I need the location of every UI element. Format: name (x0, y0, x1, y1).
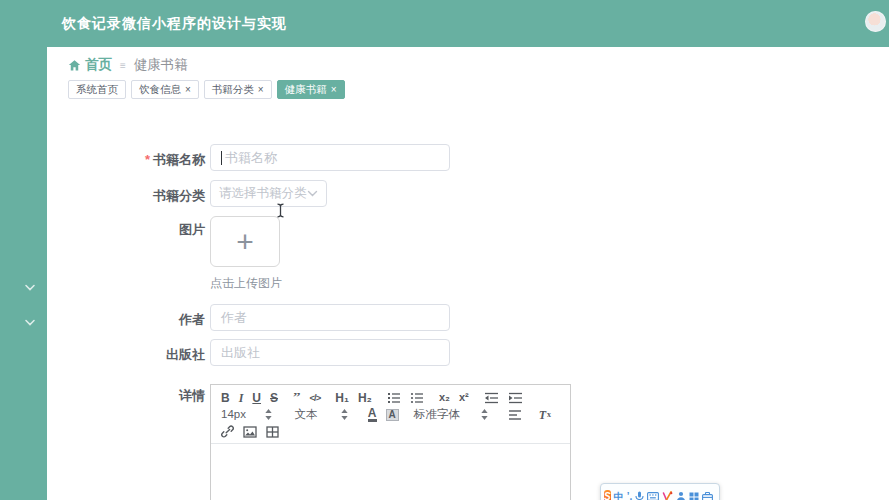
superscript-button[interactable]: x² (459, 392, 469, 403)
tab-close-icon[interactable]: × (331, 84, 337, 95)
field-label: *书籍名称 (47, 144, 205, 171)
page-title: 饮食记录微信小程序的设计与实现 (62, 15, 287, 33)
blockquote-button[interactable]: ” (293, 393, 301, 403)
breadcrumb-home-link[interactable]: 首页 (68, 56, 112, 74)
tab-label: 系统首页 (76, 83, 118, 97)
upload-hint: 点击上传图片 (210, 275, 282, 292)
rich-text-editor[interactable]: B I U S ” </> H₁ H₂ x₂ (210, 384, 571, 500)
editor-toolbar: B I U S ” </> H₁ H₂ x₂ (211, 385, 570, 444)
publisher-placeholder: 出版社 (221, 344, 260, 362)
form-row-publisher: 出版社 出版社 (47, 339, 450, 366)
tab-book-category[interactable]: 书籍分类 × (204, 80, 272, 99)
subscript-button[interactable]: x₂ (439, 392, 450, 403)
ime-lang-toggle[interactable]: 中 (614, 490, 624, 500)
paragraph-style-picker[interactable]: 文本 (294, 409, 331, 421)
font-family-picker[interactable]: 标准字体 (414, 409, 472, 421)
publisher-input[interactable]: 出版社 (210, 339, 450, 366)
book-name-input[interactable]: 书籍名称 (210, 144, 450, 171)
home-icon (68, 59, 81, 72)
image-icon[interactable] (243, 426, 257, 438)
outdent-icon[interactable] (484, 392, 499, 404)
breadcrumb: 首页 ≡ 健康书籍 (68, 56, 188, 74)
clear-format-button[interactable]: Tx (539, 409, 551, 421)
header1-button[interactable]: H₁ (335, 392, 349, 404)
field-label: 书籍分类 (47, 180, 205, 207)
ordered-list-icon[interactable] (387, 392, 401, 404)
updown-arrows-icon[interactable] (481, 409, 488, 420)
tab-label: 书籍分类 (212, 83, 254, 97)
book-category-placeholder: 请选择书籍分类 (219, 185, 307, 202)
tab-diet-info[interactable]: 饮食信息 × (131, 80, 199, 99)
tab-label: 健康书籍 (285, 83, 327, 97)
author-placeholder: 作者 (221, 309, 247, 327)
form-row-author: 作者 作者 (47, 304, 450, 331)
sidebar-chevron-down-icon[interactable] (23, 314, 37, 324)
updown-arrows-icon[interactable] (265, 409, 272, 420)
bullet-list-icon[interactable] (410, 392, 424, 404)
book-name-placeholder: 书籍名称 (225, 149, 277, 167)
chevron-down-icon (307, 190, 318, 197)
person-icon[interactable] (676, 491, 686, 500)
text-color-button[interactable]: A (368, 407, 377, 422)
v-sign-icon[interactable] (662, 491, 673, 500)
plus-icon: + (236, 227, 254, 257)
highlight-color-button[interactable]: A (386, 409, 399, 421)
updown-arrows-icon[interactable] (341, 409, 348, 420)
tab-close-icon[interactable]: × (185, 84, 191, 95)
sidebar-chevron-down-icon[interactable] (23, 279, 37, 289)
video-icon[interactable] (266, 426, 279, 438)
main-content: 首页 ≡ 健康书籍 系统首页 饮食信息 × 书籍分类 × 健康书籍 × (47, 47, 889, 500)
bold-button[interactable]: B (221, 392, 230, 404)
toolbar-row-1: B I U S ” </> H₁ H₂ x₂ (221, 390, 560, 405)
author-input[interactable]: 作者 (210, 304, 450, 331)
breadcrumb-current: 健康书籍 (134, 56, 188, 74)
header2-button[interactable]: H₂ (358, 392, 372, 404)
field-label: 作者 (47, 304, 205, 331)
form-row-detail: 详情 B I U S ” </> H₁ H₂ (47, 384, 571, 500)
app-window: 饮食记录微信小程序的设计与实现 首页 ≡ 健康书籍 系统首页 饮食信息 × (0, 0, 889, 500)
underline-button[interactable]: U (252, 392, 261, 404)
ime-punctuation-toggle[interactable]: ’, (627, 491, 633, 500)
italic-button[interactable]: I (239, 392, 244, 404)
tab-close-icon[interactable]: × (258, 84, 264, 95)
tab-label: 饮食信息 (139, 83, 181, 97)
editor-content-area[interactable] (211, 444, 570, 500)
tab-bar: 系统首页 饮食信息 × 书籍分类 × 健康书籍 × (68, 80, 350, 99)
font-size-picker[interactable]: 14px (221, 409, 256, 421)
ime-logo[interactable]: S (604, 490, 611, 500)
form-row-book-category: 书籍分类 请选择书籍分类 (47, 180, 327, 207)
required-mark: * (145, 152, 150, 167)
text-caret (221, 151, 222, 165)
link-icon[interactable] (221, 425, 234, 438)
image-upload-box[interactable]: + (210, 216, 280, 267)
book-category-select[interactable]: 请选择书籍分类 (210, 180, 327, 207)
form-row-book-name: *书籍名称 书籍名称 (47, 144, 450, 171)
tab-system-home[interactable]: 系统首页 (68, 80, 126, 99)
align-icon[interactable] (508, 409, 522, 420)
indent-icon[interactable] (508, 392, 523, 404)
field-label: 详情 (47, 384, 205, 500)
mic-icon[interactable] (635, 491, 644, 500)
tab-health-books[interactable]: 健康书籍 × (277, 80, 345, 99)
ime-toolbar[interactable]: S 中 ’, (600, 483, 720, 500)
form-row-image: 图片 + (47, 216, 280, 267)
toolbar-row-3 (221, 424, 560, 439)
user-avatar[interactable] (865, 11, 886, 32)
field-label: 图片 (47, 216, 205, 267)
breadcrumb-home-label: 首页 (85, 56, 112, 74)
breadcrumb-separator: ≡ (120, 60, 126, 71)
field-label: 出版社 (47, 339, 205, 366)
toolbox-icon[interactable] (702, 492, 713, 500)
code-block-button[interactable]: </> (310, 393, 321, 403)
toolbar-row-2: 14px 文本 A A 标准字体 (221, 407, 560, 422)
grid-icon[interactable] (689, 492, 699, 500)
keyboard-icon[interactable] (647, 492, 659, 500)
strikethrough-button[interactable]: S (270, 392, 278, 404)
